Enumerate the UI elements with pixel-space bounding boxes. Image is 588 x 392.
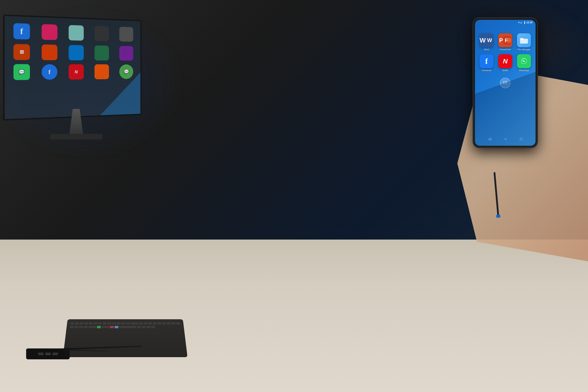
app-item-word[interactable]: W Word	[479, 33, 494, 51]
monitor-icon-fb2: f	[42, 64, 57, 80]
monitor-app-item: f	[38, 64, 61, 80]
key	[167, 322, 171, 325]
word-app-label: Word	[484, 48, 489, 51]
app-item-netflix[interactable]: N Netflix	[498, 54, 513, 72]
key	[98, 322, 102, 325]
monitor-screen: f ⊞	[3, 14, 142, 120]
monitor-icon-office1: ⊞	[13, 44, 30, 60]
app-item-facebook[interactable]: f Facebook	[479, 54, 494, 72]
svg-rect-6	[520, 38, 524, 40]
whatsapp-app-label: WhatsApp	[519, 69, 529, 72]
monitor-app-item	[91, 26, 112, 42]
key-special-red	[110, 326, 114, 329]
key	[121, 322, 125, 325]
key	[144, 322, 148, 325]
monitor-app-item	[91, 64, 112, 79]
key	[74, 326, 78, 329]
key	[162, 322, 166, 325]
monitor-app-item: f	[9, 23, 34, 40]
key	[89, 322, 92, 325]
monitor-icon-office2	[42, 44, 57, 60]
monitor-icon-netflix: N	[68, 64, 84, 80]
key	[70, 322, 74, 325]
launcher-row	[475, 78, 536, 88]
monitor-screen-content: f ⊞	[4, 18, 140, 85]
svg-text:W: W	[487, 37, 492, 43]
key	[146, 326, 150, 329]
key	[94, 322, 97, 325]
key	[148, 322, 152, 325]
key-wide	[88, 326, 96, 329]
desk-surface	[0, 240, 588, 392]
facebook-app-label: Facebook	[482, 69, 491, 72]
netflix-app-icon[interactable]: N	[498, 54, 512, 68]
key-wide	[102, 326, 109, 329]
monitor-app-item	[38, 44, 61, 60]
key	[79, 326, 83, 329]
key-special-green	[97, 326, 100, 329]
key	[117, 322, 121, 325]
app-item-whatsapp[interactable]: WhatsApp	[516, 54, 532, 72]
whatsapp-app-icon[interactable]	[517, 54, 531, 68]
svg-point-13	[506, 82, 507, 84]
monitor-app-item	[91, 45, 112, 60]
phone-screen: ▼▲ ▐ 12:30 W Word	[475, 20, 536, 146]
word-app-icon[interactable]: W	[480, 33, 494, 47]
monitor-app-item	[116, 46, 136, 60]
key	[126, 322, 130, 325]
key-space	[119, 326, 136, 329]
volume-button	[472, 46, 473, 55]
status-time: 12:30	[526, 21, 532, 24]
nav-back-button[interactable]: ◁	[488, 136, 491, 141]
key	[75, 322, 79, 325]
monitor-icon-facebook: f	[13, 23, 30, 40]
monitor-area: f ⊞	[6, 18, 159, 144]
app-item-powerpoint[interactable]: P PowerPoint	[498, 33, 513, 51]
app-item-filemanager[interactable]: File Manager	[516, 33, 532, 51]
filemanager-app-label: File Manager	[518, 48, 530, 51]
powerpoint-app-icon[interactable]: P	[498, 33, 512, 47]
key	[176, 322, 180, 325]
key-special-blue	[114, 326, 118, 329]
status-bar: ▼▲ ▐ 12:30	[475, 20, 536, 24]
key	[103, 322, 107, 325]
power-button	[537, 40, 538, 51]
powerpoint-app-label: PowerPoint	[500, 48, 511, 51]
key	[112, 322, 116, 325]
usb-port	[52, 352, 58, 355]
monitor-icon-messages: 💬	[119, 64, 133, 79]
key	[151, 326, 155, 329]
key	[142, 326, 146, 329]
monitor-app-item	[38, 24, 61, 41]
phone-container: ▼▲ ▐ 12:30 W Word	[466, 18, 549, 183]
monitor-app-item: 💬	[116, 64, 136, 79]
svg-point-9	[505, 81, 506, 82]
key	[158, 322, 161, 325]
monitor-icon-app3	[68, 25, 84, 41]
launcher-icon[interactable]	[500, 78, 510, 88]
key-wide	[131, 322, 138, 325]
svg-point-12	[505, 82, 506, 84]
nav-home-button[interactable]: ○	[504, 137, 507, 141]
facebook-app-icon[interactable]: f	[480, 54, 494, 68]
monitor-app-item: 💬	[9, 64, 34, 80]
keyboard	[63, 319, 188, 357]
monitor-icon-app5	[119, 27, 133, 42]
key	[172, 322, 176, 325]
svg-point-11	[503, 82, 504, 84]
key	[70, 326, 74, 329]
facebook-logo-letter: f	[485, 56, 488, 66]
volume-button	[472, 36, 473, 44]
key	[153, 322, 157, 325]
key	[84, 322, 88, 325]
nav-recents-button[interactable]: □	[520, 137, 522, 141]
filemanager-app-icon[interactable]	[517, 33, 531, 47]
netflix-app-label: Netflix	[502, 69, 508, 72]
monitor-icon-onedrive	[68, 45, 84, 60]
usb-port	[45, 352, 51, 355]
usb-port	[38, 352, 44, 355]
nav-bar: ◁ ○ □	[475, 135, 536, 143]
key	[137, 326, 141, 329]
wifi-icon: ▼▲	[518, 21, 522, 24]
key	[139, 322, 143, 325]
